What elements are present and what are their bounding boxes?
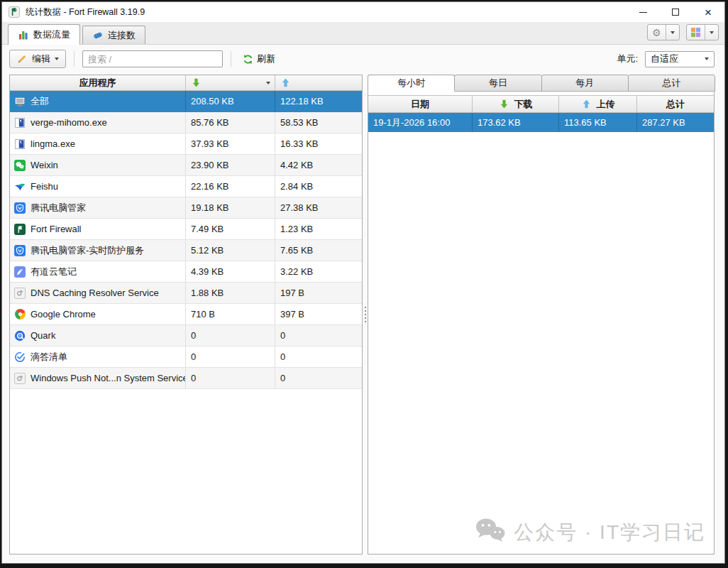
download-header-label: 下载	[514, 98, 533, 111]
app-table-row[interactable]: Fort Firewall7.49 KB1.23 KB	[10, 219, 362, 240]
download-value: 1.88 KB	[186, 283, 275, 303]
edit-button[interactable]: 编辑	[9, 50, 66, 68]
download-arrow-icon	[190, 77, 202, 89]
tab-daily[interactable]: 每日	[454, 75, 541, 92]
column-header-download[interactable]	[186, 75, 275, 90]
traffic-table-row[interactable]: 19-1月-2026 16:00 173.62 KB 113.65 KB 287…	[368, 113, 714, 132]
unit-value: 自适应	[651, 53, 678, 65]
app-table-body: 全部208.50 KB122.18 KBverge-mihomo.exe85.7…	[10, 91, 362, 389]
upload-arrow-icon	[280, 77, 291, 89]
column-header-upload[interactable]: 上传	[559, 96, 637, 112]
search-input[interactable]	[82, 50, 223, 67]
download-value: 0	[186, 346, 275, 367]
pencil-icon	[16, 53, 28, 65]
column-header-date[interactable]: 日期	[368, 96, 473, 112]
generic-icon	[14, 373, 26, 384]
app-name: Google Chrome	[31, 309, 96, 320]
download-column-menu-arrow[interactable]	[266, 82, 270, 84]
app-table-row[interactable]: 滴答清单00	[10, 346, 362, 368]
traffic-table-header: 日期 下载 上传 总计	[368, 95, 714, 113]
app-table-row[interactable]: verge-mihomo.exe85.76 KB58.53 KB	[10, 112, 362, 133]
tab-total[interactable]: 总计	[628, 75, 715, 92]
download-value: 0	[186, 368, 275, 388]
refresh-icon	[242, 53, 253, 65]
settings-split-button[interactable]: ⚙	[647, 24, 680, 40]
computer-icon	[14, 96, 26, 107]
column-header-total[interactable]: 总计	[637, 96, 714, 112]
app-table: 应用程序 全部208.50 KB122.18 KBverge-mihomo.ex…	[9, 75, 363, 555]
youdao-icon	[14, 266, 26, 278]
download-value: 22.16 KB	[186, 176, 275, 197]
upload-value: 27.38 KB	[275, 197, 362, 218]
tab-connections[interactable]: 连接数	[82, 26, 145, 44]
column-header-application[interactable]: 应用程序	[10, 75, 186, 90]
app-table-row[interactable]: 全部208.50 KB122.18 KB	[10, 91, 362, 112]
windows-menu-button[interactable]	[686, 24, 719, 40]
upload-value: 197 B	[275, 283, 362, 303]
windows-dropdown-arrow[interactable]	[705, 25, 718, 40]
tencent-shield-icon	[14, 202, 26, 214]
app-table-row[interactable]: Quark00	[10, 325, 362, 346]
close-button[interactable]: ×	[692, 2, 724, 22]
quark-icon	[14, 330, 26, 342]
app-name: Windows Push Not...n System Service	[31, 373, 186, 383]
download-value: 5.12 KB	[186, 240, 275, 261]
toolbar: 编辑 刷新 单元: 自适应	[2, 45, 724, 73]
download-arrow-icon	[499, 99, 510, 110]
download-value: 23.90 KB	[186, 155, 275, 175]
bar-chart-icon	[18, 29, 29, 40]
app-table-row[interactable]: 腾讯电脑管家-实时防护服务5.12 KB7.65 KB	[10, 240, 362, 261]
app-name: DNS Caching Resolver Service	[31, 288, 159, 298]
column-header-download[interactable]: 下载	[473, 96, 559, 112]
tab-traffic[interactable]: 数据流量	[8, 24, 80, 45]
upload-value: 122.18 KB	[275, 91, 362, 111]
download-value: 7.49 KB	[186, 219, 275, 239]
tab-monthly[interactable]: 每月	[541, 75, 629, 92]
toolbar-separator	[74, 51, 75, 67]
column-header-upload[interactable]	[275, 75, 362, 90]
generic-icon	[14, 288, 26, 299]
app-table-row[interactable]: 腾讯电脑管家19.18 KB27.38 KB	[10, 197, 362, 219]
download-value: 4.39 KB	[186, 261, 275, 282]
upload-header-label: 上传	[597, 98, 615, 111]
maximize-button[interactable]	[659, 2, 692, 22]
wechat-watermark-icon	[474, 516, 507, 548]
download-value: 208.50 KB	[186, 91, 275, 111]
upload-value: 3.22 KB	[275, 261, 362, 282]
upload-value: 7.65 KB	[275, 240, 362, 261]
app-window-icon	[14, 138, 26, 150]
minimize-button[interactable]	[627, 2, 659, 22]
app-table-row[interactable]: Weixin23.90 KB4.42 KB	[10, 155, 362, 176]
app-table-row[interactable]: Google Chrome710 B397 B	[10, 304, 362, 325]
unit-combobox[interactable]: 自适应	[645, 51, 715, 67]
app-table-header: 应用程序	[10, 75, 362, 91]
app-window-frame: 统计数据 - Fort Firewall 3.19.9 × 数据流量 连接数 ⚙	[1, 1, 725, 564]
refresh-button-label: 刷新	[257, 53, 275, 65]
upload-value: 16.33 KB	[275, 133, 362, 154]
tab-hourly[interactable]: 每小时	[368, 75, 455, 92]
pane-splitter[interactable]	[363, 75, 368, 555]
chrome-icon	[14, 309, 26, 320]
app-name: verge-mihomo.exe	[31, 117, 107, 128]
upload-value: 0	[275, 325, 362, 346]
upload-value: 2.84 KB	[275, 176, 362, 197]
download-value: 710 B	[186, 304, 275, 324]
gear-icon[interactable]: ⚙	[648, 25, 666, 40]
settings-dropdown-arrow[interactable]	[666, 25, 679, 40]
toolbar-separator	[231, 51, 231, 67]
app-table-row[interactable]: Windows Push Not...n System Service00	[10, 368, 362, 389]
download-value: 37.93 KB	[186, 133, 275, 154]
app-table-row[interactable]: lingma.exe37.93 KB16.33 KB	[10, 133, 362, 155]
app-name: 有道云笔记	[31, 266, 77, 278]
app-table-row[interactable]: DNS Caching Resolver Service1.88 KB197 B	[10, 283, 362, 304]
upload-value: 0	[275, 368, 362, 388]
app-table-row[interactable]: 有道云笔记4.39 KB3.22 KB	[10, 261, 362, 283]
app-name: 腾讯电脑管家-实时防护服务	[31, 244, 144, 257]
fort-firewall-app-icon	[9, 6, 20, 18]
traffic-table: 日期 下载 上传 总计	[368, 91, 715, 555]
app-table-row[interactable]: Feishu22.16 KB2.84 KB	[10, 176, 362, 197]
refresh-button[interactable]: 刷新	[239, 53, 278, 65]
upload-arrow-icon	[581, 99, 592, 110]
edit-button-label: 编辑	[32, 53, 50, 65]
date-value: 19-1月-2026 16:00	[368, 113, 473, 132]
